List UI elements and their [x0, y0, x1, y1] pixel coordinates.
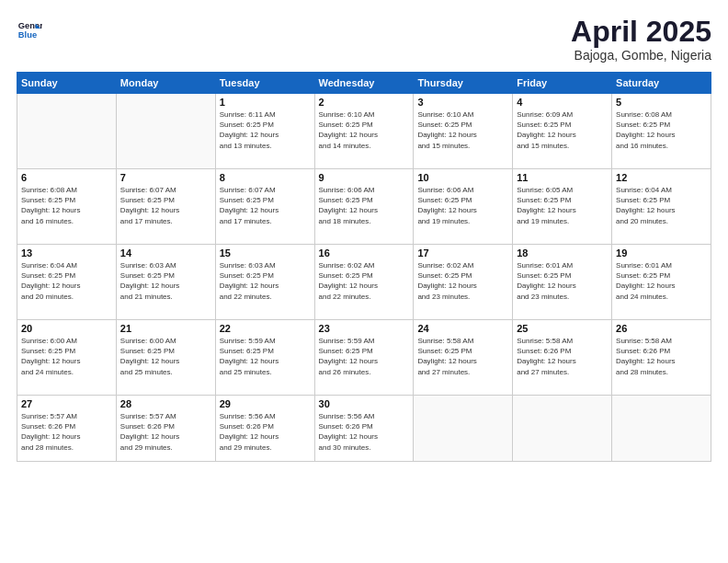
- day-info: Sunrise: 5:57 AM Sunset: 6:26 PM Dayligh…: [120, 411, 211, 453]
- day-info: Sunrise: 6:02 AM Sunset: 6:25 PM Dayligh…: [319, 260, 410, 302]
- day-cell: 15Sunrise: 6:03 AM Sunset: 6:25 PM Dayli…: [215, 245, 314, 320]
- day-info: Sunrise: 5:59 AM Sunset: 6:25 PM Dayligh…: [220, 336, 311, 377]
- day-cell: 19Sunrise: 6:01 AM Sunset: 6:25 PM Dayli…: [612, 245, 711, 320]
- day-cell: 10Sunrise: 6:06 AM Sunset: 6:25 PM Dayli…: [414, 169, 513, 245]
- day-number: 2: [319, 97, 410, 108]
- day-cell: 5Sunrise: 6:08 AM Sunset: 6:25 PM Daylig…: [612, 94, 711, 169]
- day-info: Sunrise: 6:08 AM Sunset: 6:25 PM Dayligh…: [616, 109, 707, 151]
- day-cell: [513, 396, 612, 462]
- day-number: 13: [21, 247, 112, 259]
- day-info: Sunrise: 6:09 AM Sunset: 6:25 PM Dayligh…: [517, 109, 608, 151]
- day-cell: 4Sunrise: 6:09 AM Sunset: 6:25 PM Daylig…: [513, 94, 612, 169]
- day-number: 25: [517, 323, 608, 334]
- week-row-3: 20Sunrise: 6:00 AM Sunset: 6:25 PM Dayli…: [17, 320, 711, 396]
- day-cell: 21Sunrise: 6:00 AM Sunset: 6:25 PM Dayli…: [116, 320, 215, 396]
- day-info: Sunrise: 6:06 AM Sunset: 6:25 PM Dayligh…: [319, 185, 410, 226]
- day-cell: 22Sunrise: 5:59 AM Sunset: 6:25 PM Dayli…: [215, 320, 314, 396]
- day-cell: 23Sunrise: 5:59 AM Sunset: 6:25 PM Dayli…: [314, 320, 414, 396]
- day-info: Sunrise: 5:59 AM Sunset: 6:25 PM Dayligh…: [319, 336, 410, 377]
- day-info: Sunrise: 5:56 AM Sunset: 6:26 PM Dayligh…: [319, 411, 410, 453]
- day-cell: [414, 396, 513, 462]
- day-cell: 6Sunrise: 6:08 AM Sunset: 6:25 PM Daylig…: [17, 169, 117, 245]
- day-number: 26: [616, 323, 707, 334]
- day-number: 15: [220, 247, 311, 259]
- col-monday: Monday: [116, 73, 215, 94]
- day-number: 9: [319, 172, 410, 183]
- day-cell: 9Sunrise: 6:06 AM Sunset: 6:25 PM Daylig…: [314, 169, 414, 245]
- day-info: Sunrise: 5:58 AM Sunset: 6:25 PM Dayligh…: [417, 336, 508, 377]
- header: General Blue April 2025 Bajoga, Gombe, N…: [17, 17, 711, 63]
- week-row-2: 13Sunrise: 6:04 AM Sunset: 6:25 PM Dayli…: [17, 245, 711, 320]
- day-info: Sunrise: 6:08 AM Sunset: 6:25 PM Dayligh…: [21, 185, 112, 226]
- day-number: 10: [417, 172, 508, 183]
- day-info: Sunrise: 6:05 AM Sunset: 6:25 PM Dayligh…: [517, 185, 608, 226]
- day-cell: 18Sunrise: 6:01 AM Sunset: 6:25 PM Dayli…: [513, 245, 612, 320]
- day-number: 14: [120, 247, 211, 259]
- day-cell: 17Sunrise: 6:02 AM Sunset: 6:25 PM Dayli…: [414, 245, 513, 320]
- day-number: 16: [319, 247, 410, 259]
- svg-text:Blue: Blue: [18, 30, 37, 40]
- day-number: 7: [120, 172, 211, 183]
- day-cell: 25Sunrise: 5:58 AM Sunset: 6:26 PM Dayli…: [513, 320, 612, 396]
- day-number: 21: [120, 323, 211, 334]
- day-number: 12: [616, 172, 707, 183]
- day-cell: [116, 94, 215, 169]
- day-cell: [17, 94, 117, 169]
- day-number: 29: [220, 398, 311, 409]
- day-number: 22: [220, 323, 311, 334]
- day-number: 6: [21, 172, 112, 183]
- day-info: Sunrise: 6:04 AM Sunset: 6:25 PM Dayligh…: [21, 260, 112, 302]
- subtitle: Bajoga, Gombe, Nigeria: [571, 48, 711, 63]
- logo-icon: General Blue: [17, 17, 42, 42]
- day-cell: 7Sunrise: 6:07 AM Sunset: 6:25 PM Daylig…: [116, 169, 215, 245]
- svg-text:General: General: [18, 21, 42, 30]
- day-info: Sunrise: 6:01 AM Sunset: 6:25 PM Dayligh…: [616, 260, 707, 302]
- title-block: April 2025 Bajoga, Gombe, Nigeria: [571, 17, 711, 63]
- col-wednesday: Wednesday: [314, 73, 414, 94]
- day-cell: 2Sunrise: 6:10 AM Sunset: 6:25 PM Daylig…: [314, 94, 414, 169]
- day-info: Sunrise: 6:03 AM Sunset: 6:25 PM Dayligh…: [220, 260, 311, 302]
- day-cell: [612, 396, 711, 462]
- day-info: Sunrise: 6:10 AM Sunset: 6:25 PM Dayligh…: [417, 109, 508, 151]
- day-cell: 28Sunrise: 5:57 AM Sunset: 6:26 PM Dayli…: [116, 396, 215, 462]
- day-number: 24: [417, 323, 508, 334]
- day-info: Sunrise: 6:01 AM Sunset: 6:25 PM Dayligh…: [517, 260, 608, 302]
- day-cell: 27Sunrise: 5:57 AM Sunset: 6:26 PM Dayli…: [17, 396, 117, 462]
- day-info: Sunrise: 6:07 AM Sunset: 6:25 PM Dayligh…: [120, 185, 211, 226]
- day-number: 27: [21, 398, 112, 409]
- day-cell: 16Sunrise: 6:02 AM Sunset: 6:25 PM Dayli…: [314, 245, 414, 320]
- day-number: 5: [616, 97, 707, 108]
- day-number: 11: [517, 172, 608, 183]
- day-cell: 13Sunrise: 6:04 AM Sunset: 6:25 PM Dayli…: [17, 245, 117, 320]
- day-info: Sunrise: 6:10 AM Sunset: 6:25 PM Dayligh…: [319, 109, 410, 151]
- day-number: 8: [220, 172, 311, 183]
- day-number: 28: [120, 398, 211, 409]
- col-tuesday: Tuesday: [215, 73, 314, 94]
- day-info: Sunrise: 6:00 AM Sunset: 6:25 PM Dayligh…: [21, 336, 112, 377]
- day-cell: 12Sunrise: 6:04 AM Sunset: 6:25 PM Dayli…: [612, 169, 711, 245]
- day-cell: 8Sunrise: 6:07 AM Sunset: 6:25 PM Daylig…: [215, 169, 314, 245]
- day-number: 23: [319, 323, 410, 334]
- day-number: 3: [417, 97, 508, 108]
- day-cell: 30Sunrise: 5:56 AM Sunset: 6:26 PM Dayli…: [314, 396, 414, 462]
- day-cell: 3Sunrise: 6:10 AM Sunset: 6:25 PM Daylig…: [414, 94, 513, 169]
- week-row-4: 27Sunrise: 5:57 AM Sunset: 6:26 PM Dayli…: [17, 396, 711, 462]
- day-number: 30: [319, 398, 410, 409]
- week-row-0: 1Sunrise: 6:11 AM Sunset: 6:25 PM Daylig…: [17, 94, 711, 169]
- day-cell: 14Sunrise: 6:03 AM Sunset: 6:25 PM Dayli…: [116, 245, 215, 320]
- day-cell: 1Sunrise: 6:11 AM Sunset: 6:25 PM Daylig…: [215, 94, 314, 169]
- day-info: Sunrise: 5:57 AM Sunset: 6:26 PM Dayligh…: [21, 411, 112, 453]
- day-info: Sunrise: 6:11 AM Sunset: 6:25 PM Dayligh…: [220, 109, 311, 151]
- month-title: April 2025: [571, 17, 711, 46]
- day-cell: 20Sunrise: 6:00 AM Sunset: 6:25 PM Dayli…: [17, 320, 117, 396]
- day-info: Sunrise: 6:03 AM Sunset: 6:25 PM Dayligh…: [120, 260, 211, 302]
- day-cell: 24Sunrise: 5:58 AM Sunset: 6:25 PM Dayli…: [414, 320, 513, 396]
- day-info: Sunrise: 6:04 AM Sunset: 6:25 PM Dayligh…: [616, 185, 707, 226]
- day-info: Sunrise: 6:07 AM Sunset: 6:25 PM Dayligh…: [220, 185, 311, 226]
- week-row-1: 6Sunrise: 6:08 AM Sunset: 6:25 PM Daylig…: [17, 169, 711, 245]
- day-info: Sunrise: 6:06 AM Sunset: 6:25 PM Dayligh…: [417, 185, 508, 226]
- day-cell: 29Sunrise: 5:56 AM Sunset: 6:26 PM Dayli…: [215, 396, 314, 462]
- day-info: Sunrise: 5:56 AM Sunset: 6:26 PM Dayligh…: [220, 411, 311, 453]
- day-number: 19: [616, 247, 707, 259]
- logo: General Blue: [17, 17, 42, 42]
